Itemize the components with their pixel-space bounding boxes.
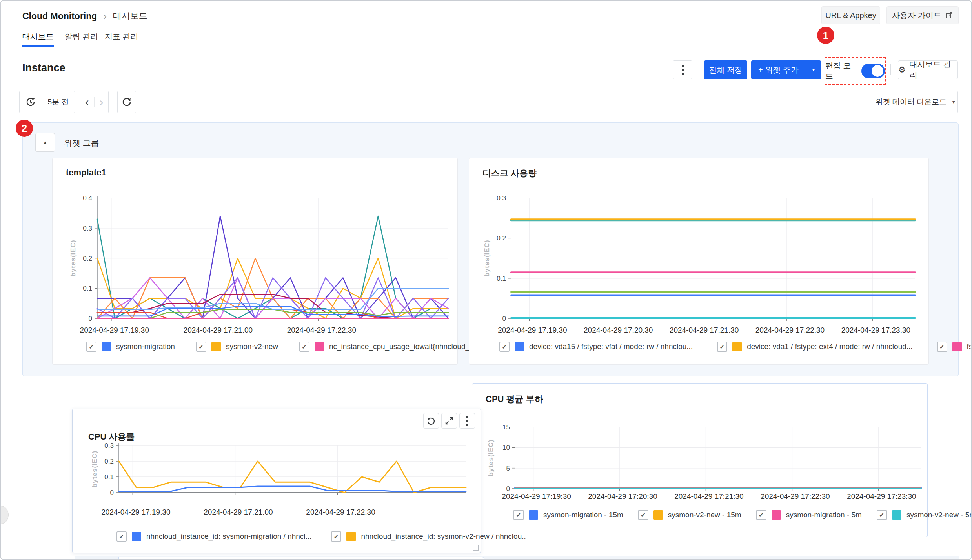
- breadcrumb-separator-icon: ›: [103, 11, 107, 21]
- legend-checkbox[interactable]: ✓: [331, 531, 341, 542]
- legend-item[interactable]: ✓sysmon-v2-new: [196, 342, 278, 352]
- add-widget-button[interactable]: + 위젯 추가: [751, 65, 806, 75]
- legend-checkbox[interactable]: ✓: [756, 510, 766, 520]
- edit-mode-label: 편집 모드: [825, 60, 856, 82]
- svg-text:0.2: 0.2: [83, 255, 92, 262]
- legend-swatch: [772, 510, 781, 520]
- widget-reset-button[interactable]: [423, 413, 439, 429]
- legend-checkbox[interactable]: ✓: [116, 531, 127, 542]
- svg-text:bytes(IEC): bytes(IEC): [69, 240, 77, 276]
- legend-item[interactable]: ✓nhncloud_instance_id: sysmon-migration …: [116, 531, 311, 542]
- widget-title: 디스크 사용량: [482, 167, 537, 179]
- template1-chart: 2024-04-29 17:19:302024-04-29 17:21:0020…: [56, 182, 454, 339]
- legend-label: sysmon-migration - 15m: [543, 511, 623, 519]
- url-appkey-button[interactable]: URL & Appkey: [821, 6, 880, 24]
- svg-text:0.3: 0.3: [83, 225, 92, 232]
- legend-swatch: [315, 342, 324, 351]
- widget-resize-handle[interactable]: [473, 545, 479, 551]
- tab-dashboard[interactable]: 대시보드: [22, 31, 54, 42]
- manage-dashboard-button[interactable]: ⚙ 대시보드 관리: [898, 60, 958, 79]
- legend-checkbox[interactable]: ✓: [86, 342, 96, 352]
- toolbar-divider-2: [890, 64, 891, 75]
- legend-checkbox[interactable]: ✓: [513, 510, 524, 520]
- legend-label: sysmon-v2-new: [226, 342, 278, 351]
- widget-more-button[interactable]: [459, 413, 475, 429]
- external-link-icon: [945, 11, 953, 19]
- svg-text:2024-04-29 17:23:30: 2024-04-29 17:23:30: [847, 492, 916, 500]
- last-refreshed-label[interactable]: 5분 전: [42, 91, 75, 113]
- user-guide-button[interactable]: 사용자 가이드: [886, 6, 959, 24]
- svg-text:2024-04-29 17:20:30: 2024-04-29 17:20:30: [584, 326, 653, 334]
- tab-metric-management[interactable]: 지표 관리: [105, 31, 138, 42]
- legend-label: nhncloud_instance_id: sysmon-migration /…: [146, 532, 311, 541]
- legend-item[interactable]: ✓sysmon-migration: [86, 342, 175, 352]
- caret-down-icon: ▼: [951, 100, 956, 104]
- legend-checkbox[interactable]: ✓: [299, 342, 309, 352]
- widget-card-cpu-load: CPU 평균 부하 2024-04-29 17:19:302024-04-29 …: [472, 383, 928, 537]
- svg-text:5: 5: [506, 465, 510, 472]
- legend-item[interactable]: ✓device: vda15 / fstype: vfat / mode: rw…: [499, 342, 693, 352]
- add-widget-dropdown-button[interactable]: ▼: [806, 67, 821, 72]
- legend-checkbox[interactable]: ✓: [717, 342, 727, 352]
- legend-item[interactable]: ✓sysmon-migration - 5m: [756, 510, 862, 520]
- svg-text:0: 0: [110, 489, 114, 496]
- edit-mode-highlight-box: 편집 모드: [825, 57, 886, 85]
- collapse-group-button[interactable]: ▲: [35, 133, 55, 152]
- svg-text:2024-04-29 17:19:30: 2024-04-29 17:19:30: [80, 326, 149, 334]
- legend-checkbox[interactable]: ✓: [196, 342, 206, 352]
- svg-text:0.4: 0.4: [83, 195, 92, 202]
- widget-data-download-button[interactable]: 위젯 데이터 다운로드 ▼: [874, 91, 958, 113]
- legend-label: nhncloud_instance_id: sysmon-v2-new / nh…: [361, 532, 526, 541]
- legend-checkbox[interactable]: ✓: [877, 510, 887, 520]
- legend-swatch: [102, 342, 111, 351]
- tab-alarm-management[interactable]: 알림 관리: [65, 31, 98, 42]
- widget-expand-button[interactable]: [441, 413, 457, 429]
- widget-group-title: 위젯 그룹: [64, 138, 99, 149]
- legend-item[interactable]: ✓sysmon-v2-new - 15m: [638, 510, 741, 520]
- svg-text:0.1: 0.1: [83, 285, 92, 292]
- cpu-load-chart: 2024-04-29 17:19:302024-04-29 17:20:3020…: [476, 413, 924, 501]
- refresh-button[interactable]: [117, 91, 136, 113]
- next-period-button[interactable]: ›: [94, 91, 108, 113]
- scroll-left-nub[interactable]: [0, 506, 9, 524]
- widget-toolbar: [423, 413, 475, 429]
- legend-checkbox[interactable]: ✓: [937, 342, 947, 352]
- svg-text:0.2: 0.2: [104, 458, 114, 465]
- svg-text:10: 10: [502, 444, 510, 451]
- legend-item[interactable]: ✓nhncloud_instance_id: sysmon-v2-new / n…: [331, 531, 526, 542]
- legend-swatch: [892, 510, 901, 520]
- legend-item[interactable]: ✓fstyp: [937, 342, 972, 352]
- toggle-knob: [872, 65, 883, 77]
- edit-mode-toggle[interactable]: [861, 64, 885, 78]
- add-widget-split-button: + 위젯 추가 ▼: [751, 60, 821, 79]
- more-actions-button[interactable]: [673, 60, 692, 79]
- legend-label: sysmon-v2-new - 15m: [668, 511, 741, 519]
- kebab-menu-icon: [682, 65, 684, 75]
- prev-period-button[interactable]: ‹: [80, 91, 94, 113]
- legend-swatch: [211, 342, 221, 351]
- collapse-up-icon: ▲: [43, 140, 48, 145]
- legend-item[interactable]: ✓device: vda1 / fstype: ext4 / mode: rw …: [717, 342, 912, 352]
- legend-checkbox[interactable]: ✓: [638, 510, 648, 520]
- save-all-button[interactable]: 전체 저장: [704, 60, 747, 79]
- time-pager: ‹ ›: [80, 91, 109, 113]
- svg-text:2024-04-29 17:23:30: 2024-04-29 17:23:30: [841, 326, 910, 334]
- user-guide-label: 사용자 가이드: [892, 10, 941, 21]
- breadcrumb-app[interactable]: Cloud Monitoring: [22, 11, 97, 22]
- legend-label: sysmon-migration - 5m: [786, 511, 862, 519]
- kebab-menu-icon: [466, 416, 468, 426]
- page-title: Instance: [22, 62, 66, 74]
- disk-usage-legend: ✓device: vda15 / fstype: vfat / mode: rw…: [499, 342, 972, 352]
- svg-text:2024-04-29 17:22:30: 2024-04-29 17:22:30: [755, 326, 825, 334]
- expand-icon: [444, 416, 454, 425]
- legend-item[interactable]: ✓sysmon-v2-new - 5m: [877, 510, 972, 520]
- legend-label: fstyp: [967, 342, 972, 351]
- refresh-time-button[interactable]: [20, 91, 42, 113]
- legend-item[interactable]: ✓sysmon-migration - 15m: [513, 510, 623, 520]
- svg-text:2024-04-29 17:20:30: 2024-04-29 17:20:30: [588, 492, 657, 500]
- legend-checkbox[interactable]: ✓: [499, 342, 510, 352]
- legend-swatch: [653, 510, 663, 520]
- legend-swatch: [529, 510, 538, 520]
- legend-label: sysmon-v2-new - 5m: [906, 511, 972, 519]
- url-appkey-label: URL & Appkey: [825, 11, 876, 20]
